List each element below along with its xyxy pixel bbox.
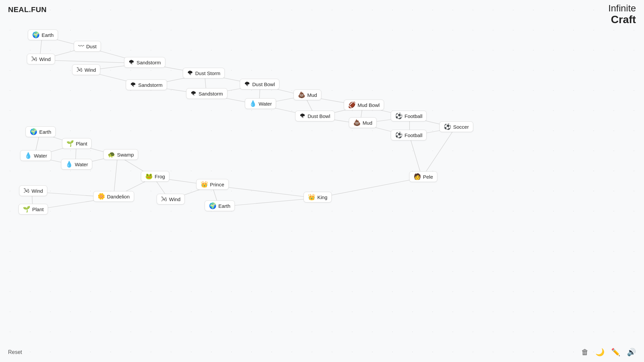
connections-svg — [0, 0, 644, 362]
node-label-dustbowl1: Dust Bowl — [252, 81, 275, 87]
edit-icon[interactable]: ✏️ — [611, 348, 620, 357]
node-emoji-duststorm1: 🌪 — [187, 70, 193, 76]
node-label-football2: Football — [405, 132, 422, 138]
node-label-sandstorm1: Sandstorm — [137, 60, 161, 65]
node-wind3[interactable]: 🌬Wind — [19, 185, 47, 196]
node-mudbowl1[interactable]: 🏈Mud Bowl — [344, 100, 384, 110]
node-emoji-plant2: 🌱 — [23, 206, 30, 212]
reset-button[interactable]: Reset — [8, 349, 22, 355]
node-label-earth1: Earth — [42, 32, 54, 38]
node-duststorm1[interactable]: 🌪Dust Storm — [183, 68, 225, 78]
node-label-soccer1: Soccer — [453, 124, 469, 130]
node-label-prince1: Prince — [210, 182, 224, 187]
node-label-king1: King — [317, 194, 327, 200]
node-emoji-earth2: 🌍 — [30, 129, 37, 135]
node-swamp1[interactable]: 🐢Swamp — [103, 149, 138, 160]
node-football1[interactable]: ⚽Football — [391, 111, 427, 121]
node-water2[interactable]: 💧Water — [20, 150, 51, 161]
node-sandstorm2[interactable]: 🌪Sandstorm — [126, 79, 167, 90]
sound-icon[interactable]: 🔊 — [627, 348, 636, 357]
node-dustbowl2[interactable]: 🌪Dust Bowl — [295, 111, 335, 121]
node-emoji-football1: ⚽ — [395, 113, 402, 119]
node-label-pele1: Pele — [423, 174, 433, 180]
node-label-water1: Water — [259, 101, 272, 107]
node-emoji-swamp1: 🐢 — [108, 152, 115, 158]
node-emoji-mudbowl1: 🏈 — [348, 102, 356, 108]
node-emoji-wind4: 🌬 — [161, 196, 167, 202]
node-label-plant2: Plant — [32, 206, 44, 212]
node-emoji-dustbowl2: 🌪 — [300, 113, 306, 119]
node-label-earth3: Earth — [218, 203, 230, 209]
node-emoji-dust1: 〰 — [78, 43, 84, 49]
node-emoji-dustbowl1: 🌪 — [244, 81, 250, 87]
node-emoji-prince1: 👑 — [201, 181, 208, 187]
title-line2: Craft — [608, 14, 636, 25]
node-label-dustbowl2: Dust Bowl — [308, 113, 330, 119]
node-label-wind1: Wind — [39, 56, 51, 62]
node-emoji-mud2: 💩 — [353, 120, 361, 126]
node-dust1[interactable]: 〰Dust — [74, 41, 101, 52]
node-emoji-earth1: 🌍 — [32, 32, 40, 38]
node-emoji-sandstorm2: 🌪 — [130, 82, 136, 88]
node-plant2[interactable]: 🌱Plant — [18, 204, 48, 215]
node-emoji-wind1: 🌬 — [31, 56, 37, 62]
node-label-water2: Water — [34, 153, 47, 159]
node-label-swamp1: Swamp — [117, 152, 134, 158]
title-line1: Infinite — [608, 3, 636, 14]
logo: NEAL.FUN — [8, 5, 47, 14]
node-emoji-water1: 💧 — [249, 101, 257, 107]
node-emoji-pele1: 🧑 — [414, 174, 421, 180]
trash-icon[interactable]: 🗑 — [581, 348, 589, 357]
node-emoji-water2: 💧 — [24, 153, 32, 159]
node-emoji-dandelion1: 🌼 — [98, 193, 105, 199]
node-emoji-sandstorm3: 🌪 — [191, 90, 197, 97]
svg-line-29 — [422, 128, 455, 178]
node-king1[interactable]: 👑King — [304, 192, 332, 202]
node-earth1[interactable]: 🌍Earth — [28, 29, 58, 40]
node-label-dust1: Dust — [86, 44, 97, 49]
node-label-football1: Football — [405, 113, 422, 119]
node-label-wind4: Wind — [169, 196, 180, 202]
node-emoji-earth3: 🌍 — [209, 203, 216, 209]
app-title: Infinite Craft — [608, 3, 636, 25]
moon-icon[interactable]: 🌙 — [595, 348, 604, 357]
node-sandstorm3[interactable]: 🌪Sandstorm — [186, 88, 227, 99]
node-water1[interactable]: 💧Water — [245, 98, 276, 109]
node-label-sandstorm3: Sandstorm — [199, 91, 223, 97]
node-wind1[interactable]: 🌬Wind — [27, 54, 55, 64]
node-label-dandelion1: Dandelion — [107, 194, 130, 199]
node-emoji-soccer1: ⚽ — [444, 124, 451, 130]
node-label-sandstorm2: Sandstorm — [138, 82, 163, 88]
node-label-plant1: Plant — [76, 141, 87, 146]
node-frog1[interactable]: 🐸Frog — [141, 171, 169, 182]
node-water3[interactable]: 💧Water — [61, 159, 92, 170]
node-label-water3: Water — [75, 162, 88, 167]
node-soccer1[interactable]: ⚽Soccer — [439, 121, 473, 132]
node-emoji-plant1: 🌱 — [66, 140, 74, 146]
node-label-wind2: Wind — [85, 67, 96, 73]
node-emoji-sandstorm1: 🌪 — [128, 59, 135, 65]
node-emoji-football2: ⚽ — [395, 132, 402, 138]
node-emoji-water3: 💧 — [65, 161, 73, 167]
node-prince1[interactable]: 👑Prince — [196, 179, 229, 190]
node-plant1[interactable]: 🌱Plant — [62, 138, 92, 149]
node-label-wind3: Wind — [32, 188, 43, 194]
node-wind4[interactable]: 🌬Wind — [157, 194, 185, 204]
node-label-earth2: Earth — [39, 129, 51, 135]
node-football2[interactable]: ⚽Football — [391, 130, 427, 140]
node-emoji-wind2: 🌬 — [76, 67, 83, 73]
node-emoji-frog1: 🐸 — [145, 173, 153, 179]
node-earth2[interactable]: 🌍Earth — [25, 126, 56, 137]
node-mud2[interactable]: 💩Mud — [349, 117, 377, 128]
node-dandelion1[interactable]: 🌼Dandelion — [93, 191, 134, 202]
node-label-duststorm1: Dust Storm — [195, 70, 220, 76]
node-earth3[interactable]: 🌍Earth — [205, 200, 235, 211]
node-dustbowl1[interactable]: 🌪Dust Bowl — [240, 79, 279, 89]
svg-line-49 — [316, 178, 422, 198]
node-pele1[interactable]: 🧑Pele — [409, 171, 437, 182]
node-emoji-wind3: 🌬 — [23, 188, 30, 194]
bottom-toolbar: 🗑 🌙 ✏️ 🔊 — [581, 348, 636, 357]
node-wind2[interactable]: 🌬Wind — [72, 64, 100, 75]
node-mud1[interactable]: 💩Mud — [293, 89, 321, 100]
node-sandstorm1[interactable]: 🌪Sandstorm — [124, 57, 165, 68]
